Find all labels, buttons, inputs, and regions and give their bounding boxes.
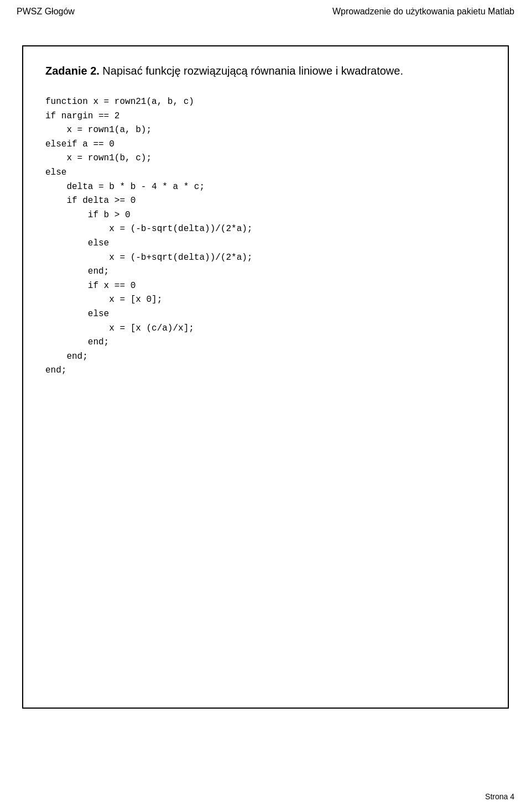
task-title-bold: Zadanie 2. (45, 65, 100, 77)
main-content: Zadanie 2. Napisać funkcję rozwiązującą … (0, 23, 531, 731)
header-left: PWSZ Głogów (17, 7, 75, 17)
code-block: function x = rown21(a, b, c) if nargin =… (45, 95, 486, 378)
task-title-rest: Napisać funkcję rozwiązującą równania li… (100, 65, 403, 77)
task-title: Zadanie 2. Napisać funkcję rozwiązującą … (45, 63, 486, 78)
task-box: Zadanie 2. Napisać funkcję rozwiązującą … (22, 45, 509, 709)
page-footer: Strona 4 (485, 792, 514, 801)
page-number: Strona 4 (485, 792, 514, 801)
header-right: Wprowadzenie do użytkowania pakietu Matl… (332, 7, 514, 17)
page-header: PWSZ Głogów Wprowadzenie do użytkowania … (0, 0, 531, 23)
